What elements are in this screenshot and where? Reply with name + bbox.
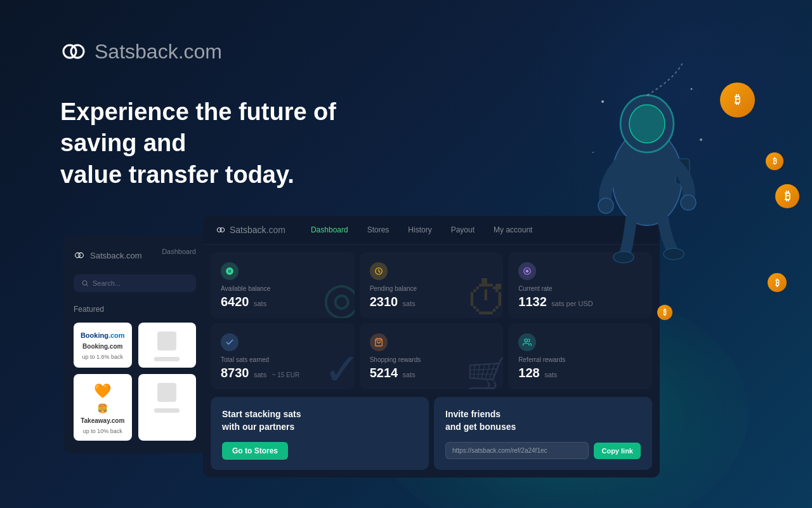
placeholder-text1 [154,357,180,361]
takeaway-icon: 🧡 [94,383,111,399]
cta-grid: Start stacking sats with our partners Go… [203,397,660,478]
featured-card-booking-name: Booking.com [82,343,122,350]
stat-bg-0: ◎ [322,272,355,318]
sidebar-dashboard-label: Dashboard [162,248,196,255]
featured-grid: Booking.com Booking.com up to 1.6% back … [74,323,196,441]
svg-point-9 [601,100,604,103]
nav-item-stores[interactable]: Stores [367,225,390,234]
referral-link-input[interactable]: https://satsback.com/ref/2a24f1ec [445,442,589,459]
placeholder-text2 [154,408,180,413]
hero-text: Experience the future of saving and valu… [60,97,409,190]
cta-stack-title: Start stacking sats with our partners [222,408,417,433]
current-rate-value: 1132 sats per USD [518,295,642,309]
satsback-logo-icon [60,38,87,65]
svg-point-5 [681,195,696,210]
stat-total-sats: Total sats earned 8730 sats ~ 15 EUR ✓ [211,323,355,389]
stat-shopping-rewards: Shopping rewards 5214 sats 🛒 [360,323,504,389]
svg-point-14 [71,45,84,58]
bitcoin-coin-small: ₿ [768,273,787,292]
svg-point-24 [525,339,528,342]
placeholder-logo2 [157,383,176,402]
takeaway-logo-icon: 🍔 [97,403,108,413]
stat-bg-4: 🛒 [466,354,503,389]
nav-item-myaccount[interactable]: My account [494,225,532,234]
stat-bg-1: ⏱ [465,274,503,318]
stat-pending-balance: Pending balance 2310 sats ⏱ [360,252,504,318]
placeholder-logo1 [157,331,176,351]
total-sats-icon [221,333,239,351]
svg-point-11 [593,152,594,153]
svg-point-10 [691,88,693,90]
cta-input-area: https://satsback.com/ref/2a24f1ec Copy l… [445,442,641,459]
sidebar-logo-icon [74,250,85,261]
stat-available-balance: Available balance 6420 sats ◎ [211,252,355,318]
svg-point-22 [526,270,529,273]
sidebar-mockup: Satsback.com Dashboard Search... Feature… [63,235,206,453]
svg-point-6 [613,251,634,263]
svg-point-7 [664,248,684,260]
shopping-rewards-icon [370,333,388,351]
nav-item-dashboard[interactable]: Dashboard [311,225,348,234]
featured-card-takeaway[interactable]: 🧡 🍔 Takeaway.com up to 10% back [74,374,132,441]
cta-invite-friends: Invite friends and get bonuses https://s… [434,397,652,470]
cta-invite-title: Invite friends and get bonuses [445,408,641,433]
nav-item-history[interactable]: History [408,225,431,234]
astronaut-illustration [584,64,710,269]
bitcoin-coin-small2: ₿ [766,152,783,170]
cta-stack-sats: Start stacking sats with our partners Go… [211,397,429,470]
bitcoin-coin-tiny: ₿ [657,305,672,320]
featured-card-booking-back: up to 1.6% back [82,354,123,360]
stat-referral-rewards: Referral rewards 128 sats [508,323,652,389]
svg-point-19 [220,228,225,232]
svg-point-2 [629,105,665,143]
sidebar-featured-label: Featured [74,305,196,314]
search-icon [81,279,89,287]
nav-item-payout[interactable]: Payout [451,225,475,234]
sidebar-logo: Satsback.com [74,250,142,261]
go-to-stores-button[interactable]: Go to Stores [222,442,288,460]
pending-balance-icon [370,262,388,280]
featured-card-takeaway-name: Takeaway.com [81,417,124,424]
referral-rewards-value: 128 sats [518,366,642,380]
svg-point-16 [79,253,84,258]
dashboard-nav-logo-text: Satsback.com [230,225,285,235]
hero-title: Experience the future of saving and valu… [60,97,409,190]
available-balance-icon [221,262,239,280]
logo-text: Satsback.com [95,40,222,64]
booking-logo: Booking.com [81,331,125,339]
current-rate-label: Current rate [518,285,642,292]
copy-link-button[interactable]: Copy link [594,443,641,459]
referral-rewards-icon [518,333,536,351]
featured-card-placeholder2[interactable] [138,374,197,441]
featured-card-placeholder1[interactable] [138,323,197,368]
logo-area: Satsback.com [60,38,812,65]
featured-card-takeaway-back: up to 10% back [83,428,122,434]
dashboard-nav-logo: Satsback.com [216,225,285,235]
svg-point-12 [700,138,702,141]
stat-bg-3: ✓ [324,344,355,389]
svg-point-4 [598,198,613,213]
dashboard-nav-logo-icon [216,225,226,235]
current-rate-icon [518,262,536,280]
featured-card-booking[interactable]: Booking.com Booking.com up to 1.6% back [74,323,132,368]
sidebar-logo-text: Satsback.com [90,251,142,260]
referral-rewards-label: Referral rewards [518,356,642,363]
sidebar-search[interactable]: Search... [74,274,196,292]
